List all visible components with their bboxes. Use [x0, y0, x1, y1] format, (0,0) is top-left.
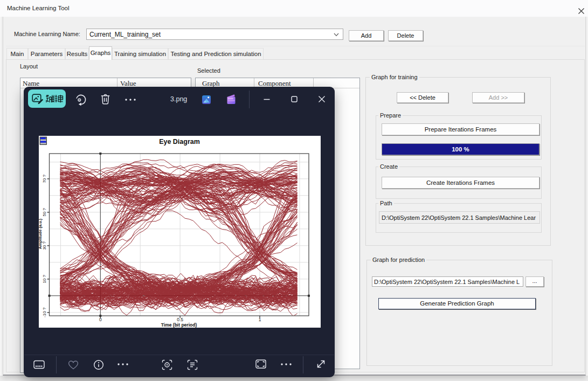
svg-text:1: 1	[259, 317, 261, 322]
svg-text:Amplitude (a.u.): Amplitude (a.u.)	[39, 218, 43, 249]
svg-text:50 ?: 50 ?	[42, 207, 47, 216]
svg-text:Eye Diagram: Eye Diagram	[159, 138, 200, 146]
svg-text:30 ?: 30 ?	[42, 241, 47, 250]
svg-text:Time (bit period): Time (bit period)	[161, 322, 197, 328]
svg-text:70 ?: 70 ?	[42, 174, 47, 183]
svg-text:0.5: 0.5	[177, 317, 183, 322]
svg-text:0: 0	[99, 317, 102, 322]
svg-text:10 ?: 10 ?	[42, 274, 47, 283]
svg-text:-10 ?: -10 ?	[42, 307, 47, 317]
